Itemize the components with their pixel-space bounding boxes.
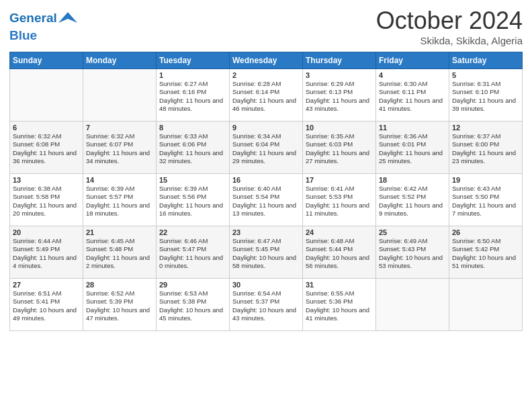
title-block: October 2024 Skikda, Skikda, Algeria: [376, 7, 523, 46]
calendar-cell: [10, 69, 83, 122]
weekday-header-saturday: Saturday: [449, 52, 523, 69]
calendar-cell: 8Sunrise: 6:33 AMSunset: 6:06 PMDaylight…: [157, 122, 230, 174]
day-info-line: Sunrise: 6:32 AM: [86, 132, 153, 140]
day-number: 14: [86, 176, 153, 184]
calendar-cell: 22Sunrise: 6:46 AMSunset: 5:47 PMDayligh…: [157, 226, 230, 279]
day-info-line: Sunset: 5:44 PM: [306, 245, 373, 253]
day-info-line: Daylight: 11 hours and 18 minutes.: [86, 201, 153, 218]
day-number: 18: [379, 176, 446, 184]
calendar-cell: 28Sunrise: 6:52 AMSunset: 5:39 PMDayligh…: [83, 279, 157, 331]
day-info-line: Sunset: 5:57 PM: [86, 193, 153, 201]
day-number: 3: [306, 71, 373, 79]
calendar-week-row: 13Sunrise: 6:38 AMSunset: 5:58 PMDayligh…: [10, 174, 523, 226]
day-info-line: Daylight: 11 hours and 36 minutes.: [13, 149, 80, 166]
calendar-table: SundayMondayTuesdayWednesdayThursdayFrid…: [9, 52, 523, 331]
day-info-line: Sunset: 5:47 PM: [159, 245, 226, 253]
day-info-line: Sunrise: 6:35 AM: [306, 132, 373, 140]
day-info-line: Sunset: 5:48 PM: [86, 245, 153, 253]
day-info-line: Sunrise: 6:38 AM: [13, 185, 80, 193]
day-info-line: Sunset: 6:01 PM: [379, 140, 446, 148]
calendar-cell: 11Sunrise: 6:36 AMSunset: 6:01 PMDayligh…: [376, 122, 449, 174]
day-info-line: Daylight: 11 hours and 11 minutes.: [306, 201, 373, 218]
day-info-line: Sunrise: 6:53 AM: [159, 289, 226, 298]
calendar-cell: 23Sunrise: 6:47 AMSunset: 5:45 PMDayligh…: [230, 226, 303, 279]
day-number: 6: [13, 124, 80, 132]
day-info-line: Sunset: 5:37 PM: [232, 298, 300, 306]
calendar-cell: 14Sunrise: 6:39 AMSunset: 5:57 PMDayligh…: [83, 174, 157, 226]
calendar-cell: 9Sunrise: 6:34 AMSunset: 6:04 PMDaylight…: [230, 122, 303, 174]
day-info-line: Sunrise: 6:50 AM: [452, 237, 519, 245]
calendar-cell: 19Sunrise: 6:43 AMSunset: 5:50 PMDayligh…: [449, 174, 523, 226]
day-info-line: Daylight: 11 hours and 39 minutes.: [452, 97, 519, 113]
day-info-line: Sunrise: 6:48 AM: [306, 237, 373, 245]
calendar-cell: 21Sunrise: 6:45 AMSunset: 5:48 PMDayligh…: [83, 226, 157, 279]
day-number: 10: [306, 124, 373, 132]
day-info-line: Sunset: 5:50 PM: [452, 193, 519, 201]
calendar-week-row: 20Sunrise: 6:44 AMSunset: 5:49 PMDayligh…: [10, 226, 523, 279]
day-info-line: Daylight: 11 hours and 2 minutes.: [86, 254, 153, 271]
day-info-line: Daylight: 11 hours and 4 minutes.: [13, 254, 80, 271]
day-info-line: Sunrise: 6:30 AM: [379, 80, 446, 88]
day-info-line: Sunrise: 6:51 AM: [13, 289, 80, 298]
day-info-line: Sunset: 5:58 PM: [13, 193, 80, 201]
day-info-line: Daylight: 10 hours and 51 minutes.: [452, 254, 519, 271]
day-info-line: Sunrise: 6:42 AM: [379, 185, 446, 193]
day-number: 4: [379, 71, 446, 79]
day-info-line: Sunset: 6:11 PM: [379, 88, 446, 96]
day-info-line: Sunrise: 6:49 AM: [379, 237, 446, 245]
day-number: 30: [232, 281, 300, 289]
day-number: 20: [13, 228, 80, 236]
weekday-header-tuesday: Tuesday: [157, 52, 230, 69]
day-info-line: Sunset: 5:53 PM: [306, 193, 373, 201]
day-info-line: Daylight: 10 hours and 56 minutes.: [306, 254, 373, 271]
day-number: 17: [306, 176, 373, 184]
day-info-line: Daylight: 10 hours and 45 minutes.: [159, 306, 226, 323]
day-info-line: Sunrise: 6:44 AM: [13, 237, 80, 245]
day-info-line: Sunrise: 6:43 AM: [452, 185, 519, 193]
calendar-cell: 1Sunrise: 6:27 AMSunset: 6:16 PMDaylight…: [157, 69, 230, 122]
calendar-cell: 4Sunrise: 6:30 AMSunset: 6:11 PMDaylight…: [376, 69, 449, 122]
day-info-line: Sunrise: 6:36 AM: [379, 132, 446, 140]
day-info-line: Sunrise: 6:54 AM: [232, 289, 300, 298]
day-info-line: Daylight: 10 hours and 58 minutes.: [232, 254, 300, 271]
day-info-line: Sunrise: 6:39 AM: [159, 185, 226, 193]
day-info-line: Daylight: 11 hours and 43 minutes.: [306, 97, 373, 113]
day-info-line: Sunset: 5:52 PM: [379, 193, 446, 201]
calendar-cell: [83, 69, 157, 122]
day-number: 8: [159, 124, 226, 132]
calendar-cell: 16Sunrise: 6:40 AMSunset: 5:54 PMDayligh…: [230, 174, 303, 226]
day-info-line: Sunset: 6:13 PM: [306, 88, 373, 96]
calendar-cell: 6Sunrise: 6:32 AMSunset: 6:08 PMDaylight…: [10, 122, 83, 174]
day-info-line: Daylight: 10 hours and 49 minutes.: [13, 306, 80, 323]
day-info-line: Sunset: 5:54 PM: [232, 193, 300, 201]
day-info-line: Daylight: 11 hours and 46 minutes.: [232, 97, 300, 113]
day-info-line: Daylight: 11 hours and 27 minutes.: [306, 149, 373, 166]
day-info-line: Sunrise: 6:31 AM: [452, 80, 519, 88]
day-info-line: Daylight: 11 hours and 20 minutes.: [13, 201, 80, 218]
day-info-line: Daylight: 11 hours and 0 minutes.: [159, 254, 226, 271]
day-info-line: Sunrise: 6:52 AM: [86, 289, 153, 298]
weekday-header-wednesday: Wednesday: [230, 52, 303, 69]
day-number: 27: [13, 281, 80, 289]
calendar-cell: [376, 279, 449, 331]
day-info-line: Sunset: 6:14 PM: [232, 88, 300, 96]
day-number: 21: [86, 228, 153, 236]
day-info-line: Daylight: 11 hours and 13 minutes.: [232, 201, 300, 218]
calendar-cell: 17Sunrise: 6:41 AMSunset: 5:53 PMDayligh…: [303, 174, 376, 226]
day-info-line: Sunrise: 6:45 AM: [86, 237, 153, 245]
day-info-line: Sunset: 6:03 PM: [306, 140, 373, 148]
calendar-cell: 30Sunrise: 6:54 AMSunset: 5:37 PMDayligh…: [230, 279, 303, 331]
day-info-line: Sunset: 5:38 PM: [159, 298, 226, 306]
month-title: October 2024: [376, 7, 523, 35]
day-number: 12: [452, 124, 519, 132]
day-number: 11: [379, 124, 446, 132]
day-info-line: Sunset: 6:06 PM: [159, 140, 226, 148]
weekday-header-sunday: Sunday: [10, 52, 83, 69]
day-info-line: Daylight: 10 hours and 53 minutes.: [379, 254, 446, 271]
day-number: 22: [159, 228, 226, 236]
day-info-line: Sunset: 6:16 PM: [159, 88, 226, 96]
calendar-cell: 24Sunrise: 6:48 AMSunset: 5:44 PMDayligh…: [303, 226, 376, 279]
day-info-line: Daylight: 10 hours and 41 minutes.: [306, 306, 373, 323]
calendar-cell: 3Sunrise: 6:29 AMSunset: 6:13 PMDaylight…: [303, 69, 376, 122]
day-number: 28: [86, 281, 153, 289]
